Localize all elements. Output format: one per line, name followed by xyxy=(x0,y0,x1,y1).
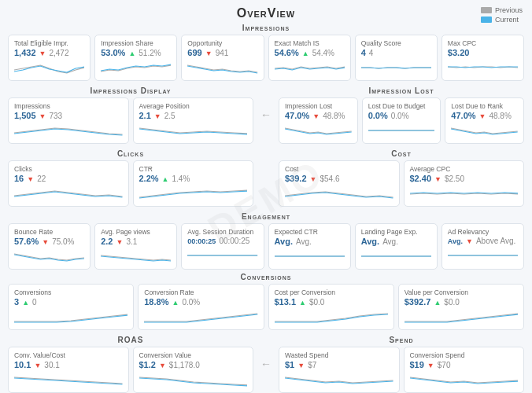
card-avg-session-duration: Avg. Session Duration 00:00:25 00:00:25 xyxy=(181,223,264,270)
card-prev: 2,472 xyxy=(49,49,68,57)
card-value: 47.0% xyxy=(285,111,309,120)
card-prev: 22 xyxy=(37,174,46,183)
section-cost-label: Cost xyxy=(279,149,524,158)
roas-spend-row: ROAS Conv. Value/Cost 10.1 ▼ 30.1 Conver xyxy=(8,332,524,393)
card-value: Avg. xyxy=(361,237,379,246)
arrow-down-icon: ▼ xyxy=(159,362,166,369)
sparkline xyxy=(14,59,84,76)
card-prev: 941 xyxy=(216,49,229,57)
card-value: 10.1 xyxy=(14,360,31,369)
card-prev: $0.0 xyxy=(309,298,324,307)
card-values: 16 ▼ 22 xyxy=(14,174,123,183)
card-title: Average CPC xyxy=(410,165,519,173)
section-engagement-label: Engagement xyxy=(8,212,524,221)
section-roas-label: ROAS xyxy=(8,336,253,344)
card-value: 699 xyxy=(187,48,201,57)
legend-current: Current xyxy=(481,16,523,24)
section-impressions-label: Impressions xyxy=(8,24,524,32)
card-prev: 0.0% xyxy=(391,112,409,120)
card-values: 53.0% ▲ 51.2% xyxy=(101,48,171,57)
card-prev: $70 xyxy=(438,361,451,369)
impression-lost-row: Impression Lost 47.0% ▼ 48.8% Lost Due t… xyxy=(279,97,524,144)
card-value: $1 xyxy=(285,360,294,369)
sparkline xyxy=(139,371,248,388)
card-title: Average Position xyxy=(139,102,248,110)
sparkline xyxy=(285,122,352,139)
section-clicks-label: Clicks xyxy=(8,149,253,158)
card-title: Conv. Value/Cost xyxy=(14,351,123,359)
sparkline xyxy=(275,59,345,76)
arrow-down-icon: ▼ xyxy=(434,175,441,183)
card-value: 3 xyxy=(14,297,19,307)
legend-previous: Previous xyxy=(481,6,523,14)
card-title: Wasted Spend xyxy=(285,351,393,359)
card-title: Max CPC xyxy=(448,39,518,47)
clicks-row: Clicks 16 ▼ 22 CTR 2.2% ▲ xyxy=(8,160,253,207)
card-conv-value-cost: Conv. Value/Cost 10.1 ▼ 30.1 xyxy=(8,347,129,393)
card-title: CTR xyxy=(139,165,248,173)
section-conversions-label: Conversions xyxy=(8,273,524,281)
card-value: 1,505 xyxy=(14,111,36,120)
cost-row: Cost $39.2 ▼ $54.6 Average CPC $2.40 xyxy=(279,160,524,207)
sparkline xyxy=(285,185,393,202)
card-values: 47.0% ▼ 48.8% xyxy=(451,111,518,120)
spend-section: Spend Wasted Spend $1 ▼ $7 Conversion Sp xyxy=(279,332,524,393)
sparkline xyxy=(187,247,257,264)
card-values: 4 4 xyxy=(361,48,431,57)
clicks-cost-row: Clicks Clicks 16 ▼ 22 CTR xyxy=(8,146,524,209)
sparkline xyxy=(187,59,257,76)
card-impression-lost: Impression Lost 47.0% ▼ 48.8% xyxy=(279,97,358,144)
card-title: Expected CTR xyxy=(275,228,345,236)
arrow-down-icon: ▼ xyxy=(205,50,212,57)
card-conversion-rate: Conversion Rate 18.8% ▲ 0.0% xyxy=(138,284,264,330)
card-values: 10.1 ▼ 30.1 xyxy=(14,360,123,369)
card-prev: $2.50 xyxy=(445,174,464,183)
arrow-up-icon: ▲ xyxy=(434,299,441,307)
card-prev: 1.4% xyxy=(172,174,190,183)
arrow-up-icon: ▲ xyxy=(172,299,179,307)
card-prev: 51.2% xyxy=(139,49,161,57)
card-ctr: CTR 2.2% ▲ 1.4% xyxy=(133,160,254,207)
legend-previous-label: Previous xyxy=(495,6,523,14)
sparkline xyxy=(14,308,127,325)
card-values: 2.2% ▲ 1.4% xyxy=(139,174,248,183)
arrow-up-icon: ▲ xyxy=(299,299,306,307)
arrow-up-icon: ▲ xyxy=(128,50,135,57)
card-prev: 48.8% xyxy=(323,112,345,120)
card-title: Quality Score xyxy=(361,39,431,47)
card-values: $392.7 ▲ $0.0 xyxy=(405,297,518,307)
impressions-display-section: Impressions Display Impressions 1,505 ▼ … xyxy=(8,83,253,146)
spend-row: Wasted Spend $1 ▼ $7 Conversion Spend $1… xyxy=(279,347,524,393)
arrow-connector-display-lost: ← xyxy=(257,83,275,146)
card-prev: $1,178.0 xyxy=(169,361,200,369)
sparkline xyxy=(101,248,171,265)
card-title: Exact Match IS xyxy=(275,39,345,47)
card-value: 2.1 xyxy=(139,111,151,120)
arrow-down-icon: ▼ xyxy=(427,362,434,369)
sparkline xyxy=(101,59,171,76)
card-values: 0.0% 0.0% xyxy=(368,111,435,120)
card-prev: 733 xyxy=(49,112,62,120)
sparkline xyxy=(405,308,518,325)
card-values: 54.6% ▲ 54.4% xyxy=(275,48,345,57)
sparkline xyxy=(275,248,345,265)
arrow-down-icon: ▼ xyxy=(116,238,123,246)
sparkline xyxy=(139,122,248,139)
arrow-up-icon: ▲ xyxy=(22,299,29,307)
card-title: Value per Conversion xyxy=(405,288,518,296)
card-value: 1,432 xyxy=(14,48,36,57)
card-title: Cost per Conversion xyxy=(275,288,388,296)
card-values: 1,432 ▼ 2,472 xyxy=(14,48,84,57)
arrow-down-icon: ▼ xyxy=(39,112,46,120)
card-max-cpc: Max CPC $3.20 xyxy=(441,35,524,81)
card-prev: Avg. xyxy=(382,237,398,246)
card-values: 18.8% ▲ 0.0% xyxy=(144,297,257,307)
sparkline xyxy=(14,122,123,139)
card-bounce-rate: Bounce Rate 57.6% ▼ 75.0% xyxy=(8,223,91,270)
card-values: 699 ▼ 941 xyxy=(187,48,257,57)
card-cost-per-conversion: Cost per Conversion $13.1 ▲ $0.0 xyxy=(268,284,394,330)
card-values: 2.1 ▼ 2.5 xyxy=(139,111,248,120)
card-total-eligible-impr: Total Eligible Impr. 1,432 ▼ 2,472 xyxy=(8,35,91,81)
card-value: $3.20 xyxy=(448,48,470,57)
card-value: $1.2 xyxy=(139,360,156,369)
